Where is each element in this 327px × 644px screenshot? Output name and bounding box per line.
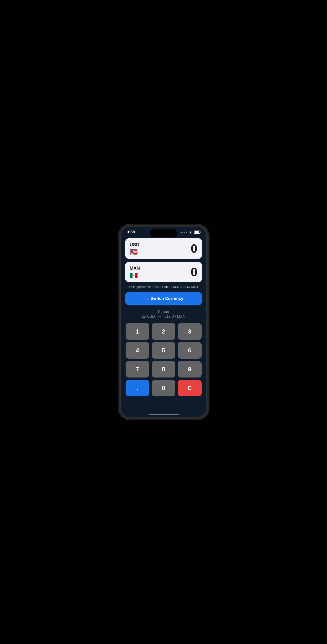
numpad-btn-1[interactable]: 1 [126, 323, 149, 340]
usd-value: 0 [191, 242, 197, 254]
numpad-btn-6[interactable]: 6 [178, 342, 201, 358]
numpad-btn-clear[interactable]: C [178, 380, 201, 396]
recent-to: 517.04 MXN [164, 314, 185, 318]
usd-card[interactable]: USD 🇺🇸 0 [125, 238, 202, 259]
mxn-code: MXN [130, 266, 140, 271]
numpad-btn-3[interactable]: 3 [178, 323, 201, 340]
battery-icon [194, 230, 200, 234]
switch-currency-button[interactable]: ↑↓ Switch Currency [125, 292, 202, 306]
numpad-btn-4[interactable]: 4 [126, 342, 149, 358]
mxn-value: 0 [191, 266, 197, 278]
wifi-icon [188, 231, 192, 234]
numpad-btn-5[interactable]: 5 [152, 342, 175, 358]
recent-from: 25 USD [142, 314, 155, 318]
recent-section: Recent 25 USD → 517.04 MXN [125, 310, 202, 318]
recent-arrow: → [158, 314, 162, 318]
mxn-card[interactable]: MXN 🇲🇽 0 [125, 262, 202, 282]
switch-label: Switch Currency [150, 296, 183, 301]
dynamic-island [150, 230, 177, 237]
phone-frame: 3:58 USD [119, 225, 209, 419]
recent-value: 25 USD → 517.04 MXN [125, 314, 202, 318]
numpad-btn-decimal[interactable]: . [126, 380, 149, 396]
home-indicator [149, 414, 179, 415]
numpad-btn-2[interactable]: 2 [152, 323, 175, 340]
switch-icon: ↑↓ [144, 296, 148, 301]
usd-flag: 🇺🇸 [130, 249, 139, 255]
recent-label: Recent [125, 310, 202, 314]
numpad: 1 2 3 4 5 6 7 8 9 . 0 C [125, 323, 202, 396]
app-content: USD 🇺🇸 0 MXN 🇲🇽 0 Last updated: 9:15 AM … [121, 236, 207, 396]
numpad-btn-0[interactable]: 0 [152, 380, 175, 396]
numpad-btn-8[interactable]: 8 [152, 361, 175, 378]
usd-code: USD [130, 242, 139, 247]
numpad-btn-7[interactable]: 7 [126, 361, 149, 378]
mxn-flag: 🇲🇽 [130, 272, 140, 279]
signal-dots-icon [180, 232, 187, 233]
mxn-card-left: MXN 🇲🇽 [130, 266, 140, 279]
numpad-btn-9[interactable]: 9 [178, 361, 201, 378]
rate-info: Last updated: 9:15 AM • Rate: 1 USD = 20… [125, 285, 202, 288]
status-icons [180, 230, 200, 234]
status-time: 3:58 [127, 230, 135, 234]
usd-card-left: USD 🇺🇸 [130, 242, 139, 255]
